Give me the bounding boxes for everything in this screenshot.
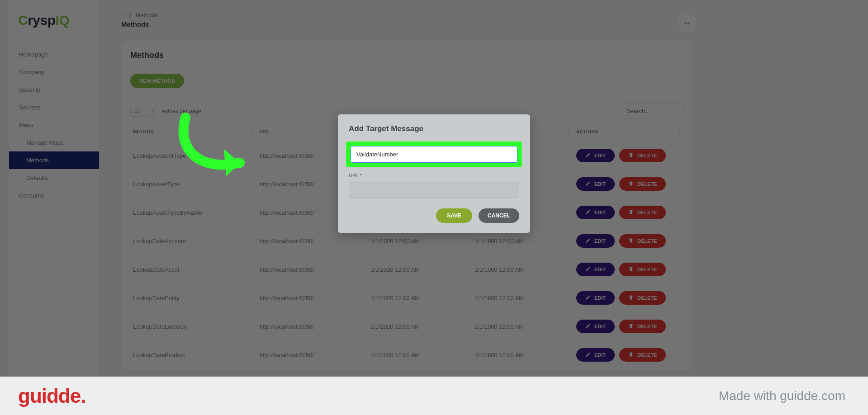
save-button[interactable]: SAVE — [436, 208, 472, 223]
target-url-input[interactable] — [349, 181, 519, 198]
footer-made-with: Made with guidde.com — [719, 389, 845, 403]
url-label: URL * — [349, 173, 519, 178]
footer: guidde. Made with guidde.com — [0, 377, 868, 415]
dialog-actions: SAVE CANCEL — [349, 208, 519, 223]
footer-brand: guidde. — [18, 385, 85, 407]
target-name-input[interactable] — [351, 146, 517, 163]
add-target-message-dialog: Add Target Message URL * SAVE CANCEL — [338, 114, 530, 233]
highlighted-field — [346, 141, 522, 167]
dialog-title: Add Target Message — [349, 124, 519, 133]
cancel-button[interactable]: CANCEL — [479, 208, 519, 223]
